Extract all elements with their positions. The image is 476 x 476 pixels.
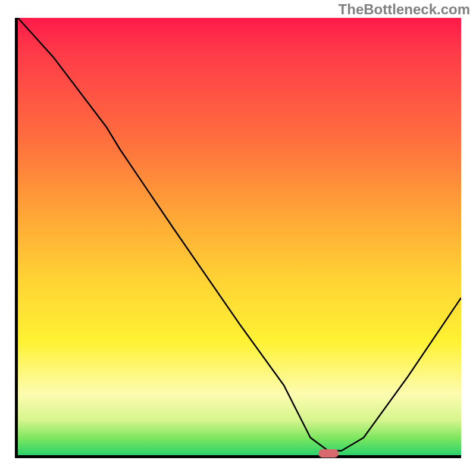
optimum-marker bbox=[318, 449, 339, 458]
watermark-text: TheBottleneck.com bbox=[339, 1, 470, 18]
bottleneck-curve bbox=[18, 18, 461, 455]
chart-container: TheBottleneck.com bbox=[0, 0, 476, 476]
curve-path bbox=[18, 18, 461, 451]
